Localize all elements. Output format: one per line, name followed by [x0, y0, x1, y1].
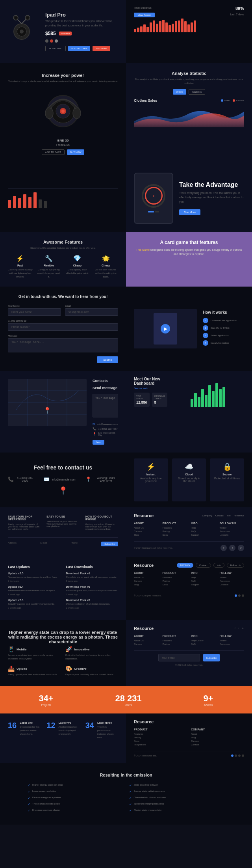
resource-copyright-3: © 2024 All rights reserved. [175, 664, 203, 666]
check-icon-5: ✓ [28, 809, 30, 812]
resource-nav-company[interactable]: Company [202, 514, 212, 517]
feature-desc-cheap-1: Great quality at an affordable price poi… [65, 268, 90, 275]
res-col-item-3b[interactable]: FAQ [191, 530, 216, 533]
resource-nav-info[interactable]: Info [227, 514, 231, 517]
social-twitter[interactable]: t [229, 545, 235, 551]
res-col-item-1c[interactable]: Blog [134, 534, 159, 536]
res3-item-8[interactable]: Facebook [220, 643, 245, 645]
res3-nav-3[interactable]: in [242, 627, 244, 630]
res2-item-3[interactable]: Blog [134, 583, 159, 586]
res4-item-4[interactable]: Integrations [134, 743, 187, 746]
res2-item-4[interactable]: Features [163, 576, 187, 579]
res-col-item-1b[interactable]: Careers [134, 530, 159, 533]
res4-item-8[interactable]: Contact [191, 743, 244, 746]
res3-item-2[interactable]: Careers [134, 643, 159, 645]
page-dot-1[interactable] [235, 594, 237, 597]
res-col-item-3a[interactable]: Help [191, 527, 216, 529]
page-dot-2[interactable] [238, 594, 241, 597]
orders-button[interactable]: Orders [173, 89, 186, 95]
res3-item-4[interactable]: Pricing [163, 643, 187, 645]
product-image-wrap [0, 10, 43, 53]
nav-pill-company[interactable]: Company [177, 563, 193, 568]
color-picker[interactable] [45, 39, 120, 43]
more-info-button[interactable]: MORE INFO [45, 46, 66, 51]
nav-pill-follow[interactable]: Follow Us [227, 563, 244, 568]
phone-input[interactable] [8, 323, 118, 331]
res3-item-3[interactable]: Features [163, 639, 187, 642]
res4-item-1[interactable]: Features [134, 733, 187, 735]
res-col-item-4a[interactable]: Twitter [220, 527, 245, 529]
num-big-2: 12 [46, 721, 55, 729]
res-col-item-4b[interactable]: Facebook [220, 530, 245, 533]
resource-nav-follow[interactable]: Follow Us [234, 514, 244, 517]
page-dot-4c[interactable] [238, 754, 241, 757]
res-col-item-2c[interactable]: Docs [163, 534, 187, 536]
send-message-button[interactable]: Send [93, 440, 104, 445]
page-dot-4d[interactable] [242, 754, 244, 757]
res2-item-7[interactable]: Help [191, 576, 216, 579]
res3-item-1[interactable]: About Us [134, 639, 159, 642]
step-3: 3 Select Application [203, 333, 244, 338]
color-dot-1[interactable] [45, 39, 48, 43]
res2-item-2[interactable]: Careers [134, 580, 159, 582]
res2-item-9[interactable]: Support [191, 583, 216, 586]
subscribe-email-button[interactable]: Subscribe [203, 654, 220, 661]
page-dot-4b[interactable] [235, 754, 237, 757]
power-buy-button[interactable]: BUY NOW [67, 149, 85, 155]
name-input[interactable] [8, 308, 61, 316]
res2-item-8[interactable]: FAQ [191, 580, 216, 582]
color-dot-2[interactable] [50, 39, 53, 43]
res2-item-12[interactable]: LinkedIn [220, 583, 245, 586]
subscribe-email-input[interactable] [158, 654, 200, 661]
page-dot-4a[interactable] [231, 754, 233, 757]
subscribe-button[interactable]: Subscribe [101, 542, 118, 546]
social-linkedin[interactable]: in [238, 545, 244, 551]
nav-pill-info[interactable]: Info [213, 563, 224, 568]
stats-view-button[interactable]: View Report [134, 13, 155, 17]
color-dot-3[interactable] [55, 39, 58, 43]
res4-item-5[interactable]: About [191, 733, 244, 735]
res-col-item-3c[interactable]: Support [191, 534, 216, 536]
num-item-1: 16 Label one Description for this partic… [8, 721, 41, 755]
message-textarea[interactable] [8, 338, 118, 352]
res3-item-7[interactable]: Twitter [220, 639, 245, 642]
res4-item-3[interactable]: Docs [134, 740, 187, 742]
update-item-1: Update v2.5 New performance improvements… [8, 572, 60, 582]
statistics-button[interactable]: Statistics [189, 89, 205, 95]
res2-item-1[interactable]: About Us [134, 576, 159, 579]
submit-button[interactable]: Submit [97, 356, 118, 363]
resource-nav-contact[interactable]: Contact [215, 514, 224, 517]
res-col-item-4c[interactable]: LinkedIn [220, 534, 245, 536]
page-dot-3[interactable] [242, 594, 244, 597]
res-col-item-2b[interactable]: Pricing [163, 530, 187, 533]
res4-item-2[interactable]: Pricing [134, 736, 187, 739]
nav-pill-contact[interactable]: Contact [196, 563, 211, 568]
message-field[interactable] [93, 394, 118, 417]
see-more-button[interactable]: See More [179, 209, 200, 215]
res2-item-6[interactable]: Docs [163, 583, 187, 586]
res-col-item-1a[interactable]: About Us [134, 527, 159, 529]
email-group: Email [65, 305, 118, 316]
email-input[interactable] [65, 308, 118, 316]
res3-item-6[interactable]: FAQ [191, 643, 216, 645]
res4-item-6[interactable]: Blog [191, 736, 244, 739]
res3-item-5[interactable]: Help Center [191, 639, 216, 642]
social-facebook[interactable]: f [220, 545, 227, 551]
footer-col-1: Save your shop operations Easily manage … [8, 515, 41, 531]
add-to-cart-button[interactable]: ADD TO CART [68, 46, 90, 51]
contact-info-list: ✉info@company.com 📞+1 (800) 123-4567 📍12… [93, 422, 118, 436]
bar-11 [165, 22, 168, 32]
product-info: Ipad Pro This product is the best headph… [43, 8, 126, 55]
res2-item-10[interactable]: Twitter [220, 576, 245, 579]
buy-now-button[interactable]: BUY NOW [93, 46, 110, 51]
res4-item-7[interactable]: Careers [191, 740, 244, 742]
res2-item-11[interactable]: Facebook [220, 580, 245, 582]
res3-nav-1[interactable]: f [235, 627, 235, 630]
dashboard-subtitle[interactable]: See our work [134, 387, 167, 389]
res2-item-5[interactable]: Pricing [163, 580, 187, 582]
play-button-circle[interactable]: ▶ [161, 324, 170, 333]
res-col-item-2a[interactable]: Features [163, 527, 187, 529]
power-cart-button[interactable]: ADD TO CART [42, 149, 65, 155]
footer-col-text-1: Easily manage all aspects of your shop f… [8, 523, 41, 530]
res3-nav-2[interactable]: t [239, 627, 239, 630]
